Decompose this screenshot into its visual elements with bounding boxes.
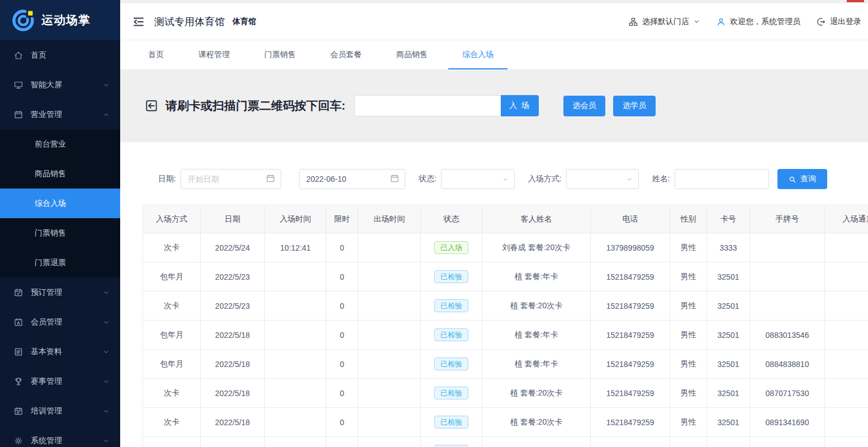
table-cell: 次卡 [143,408,201,436]
table-cell: 0 [326,350,358,378]
store-selector-label: 选择默认门店 [642,17,689,27]
scan-prompt: 请刷卡或扫描门票二维码按下回车: [165,98,345,114]
app-header: 测试专用体育馆 体育馆 选择默认门店 [120,3,868,40]
table-header-row: 入场方式日期入场时间限时出场时间状态客人姓名电话性别卡号手牌号入场通道 [143,205,868,233]
calendar-icon [265,173,276,183]
table-cell [358,437,421,447]
column-header: 入场时间 [265,205,326,233]
sidebar-item[interactable]: 首页 [0,40,120,70]
sidebar-item[interactable]: 智能大屏 [0,70,120,100]
status-badge: 已检验 [434,299,468,312]
table-cell: 2022/5/23 [201,291,265,320]
table-cell [825,321,868,349]
sidebar-subitem[interactable]: 综合入场 [0,189,120,218]
sidebar-item[interactable]: 培训管理 [0,396,120,426]
sidebar-item[interactable]: 会员管理 [0,307,120,337]
table-cell: 15218479259 [591,408,670,436]
brand-name: 运动场掌 [41,12,91,28]
table-cell: 0 [326,291,358,320]
table-cell: 包年月 [143,321,201,349]
table-cell: 包年月 [143,262,201,291]
table-cell [265,350,326,378]
tab[interactable]: 课程管理 [184,40,244,69]
table-cell: 15218479259 [591,262,670,291]
table-cell [358,321,421,349]
table-cell: 2022/5/23 [201,262,265,291]
table-cell [326,437,358,447]
entry-button[interactable]: 入 场 [501,95,539,116]
ticket-scan-input[interactable] [354,95,501,116]
select-member-button[interactable]: 选会员 [563,96,605,116]
sidebar-item-label: 系统管理 [31,436,102,446]
table-cell [201,437,265,447]
table-cell: 植 套餐:年卡 [482,262,591,291]
table-cell [358,291,421,320]
table-cell: 15218479259 [591,291,670,320]
status-badge: 已检验 [434,357,468,370]
table-cell: 15218479259 [591,379,670,407]
status-select[interactable] [441,169,515,189]
status-badge: 已检验 [434,416,468,429]
entry-method-select[interactable] [566,169,639,189]
search-icon [788,175,796,183]
sidebar-subitem[interactable]: 门票退票 [0,248,120,277]
table-row: 次卡2022/5/230已检验植 套餐:20次卡15218479259男性325… [143,291,868,321]
search-button[interactable]: 查询 [777,169,827,189]
status-filter-label: 状态: [419,174,437,184]
table-cell: 男性 [670,262,707,291]
name-input[interactable] [675,169,769,189]
calendar-icon [390,173,400,183]
tab[interactable]: 商品销售 [382,40,442,69]
sidebar-item[interactable]: 系统管理 [0,426,120,447]
status-badge: 已检验 [434,445,468,447]
table-cell: 男性 [670,350,707,378]
venue-subtitle: 体育馆 [233,17,256,27]
sidebar-subitem[interactable]: 门票销售 [0,218,120,248]
tab[interactable]: 首页 [134,40,178,69]
status-badge: 已检验 [434,387,468,399]
tab[interactable]: 门票销售 [250,40,310,69]
sidebar-subitem[interactable]: 商品销售 [0,159,120,189]
table-cell: 次卡 [143,379,201,407]
store-icon [628,17,638,27]
sidebar-item-label: 智能大屏 [31,80,102,90]
select-student-button[interactable]: 选学员 [613,96,656,116]
table-cell [750,437,825,447]
tab[interactable]: 会员套餐 [316,40,376,69]
member-icon [13,317,23,327]
venue-title: 测试专用体育馆 [154,15,225,29]
table-cell: 0884838810 [750,350,825,378]
column-header: 手牌号 [750,205,825,233]
sidebar-item[interactable]: 营业管理 [0,100,120,129]
user-welcome: 欢迎您，系统管理员 [716,17,800,27]
sidebar-item-label: 首页 [31,50,110,60]
logout-label: 退出登录 [830,17,861,27]
store-selector[interactable]: 选择默认门店 [628,17,700,27]
table-cell: 2022/5/24 [201,233,265,262]
table-cell [707,437,750,447]
table-cell [825,437,868,447]
sidebar-subitem[interactable]: 前台营业 [0,129,120,159]
logout-button[interactable]: 退出登录 [816,17,861,27]
table-cell [265,408,326,436]
column-header: 入场通道 [825,205,868,233]
column-header: 客人姓名 [482,205,591,233]
column-header: 限时 [326,205,358,233]
tab[interactable]: 综合入场 [448,40,507,69]
table-cell [358,350,421,378]
sidebar-collapse-icon[interactable] [132,15,145,29]
table-cell [265,437,326,447]
table-cell: 0891341690 [750,408,825,436]
table-cell: 15218479259 [591,321,670,349]
table-cell: 已检验 [421,350,482,378]
table-cell: 植 套餐:年卡 [482,321,591,349]
table-cell [265,291,326,320]
table-cell: 已入场 [421,233,482,262]
sidebar-item[interactable]: 赛事管理 [0,366,120,396]
sidebar-item[interactable]: 预订管理 [0,277,120,307]
table-cell: 2022/5/18 [201,321,265,349]
name-filter-label: 姓名: [652,174,670,184]
table-cell: 10:12:41 [265,233,326,262]
sidebar-item[interactable]: 基本资料 [0,337,120,366]
logout-icon [816,17,826,27]
